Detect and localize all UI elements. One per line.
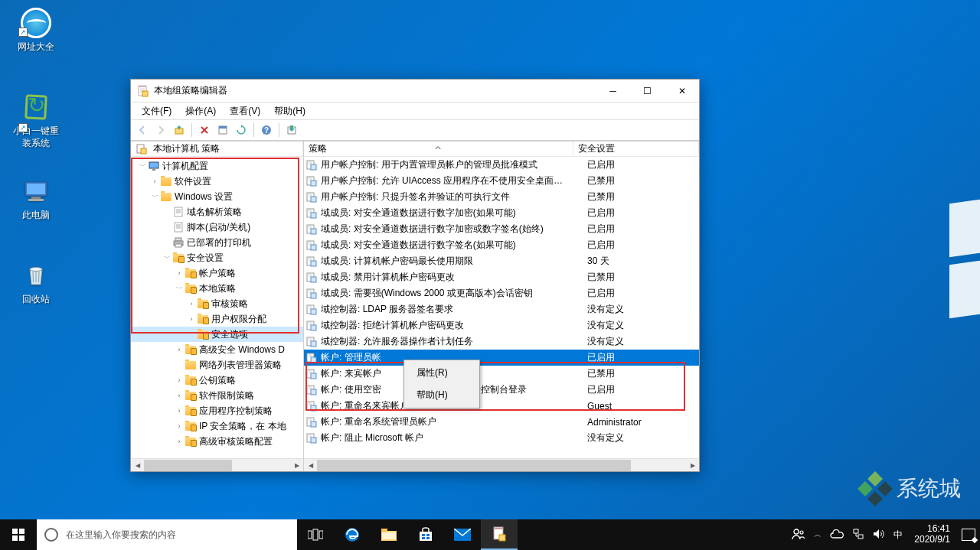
tree-header-cell[interactable]: 本地计算机 策略 <box>131 142 303 156</box>
toolbar-export-button[interactable] <box>283 122 300 138</box>
list-row[interactable]: 域成员: 禁用计算机帐户密码更改已禁用 <box>304 269 699 285</box>
tree-item[interactable]: ›IP 安全策略，在 本地 <box>131 418 303 434</box>
list-row[interactable]: 用户帐户控制: 用于内置管理员帐户的管理员批准模式已启用 <box>304 157 699 173</box>
tree-item[interactable]: ›审核策略 <box>131 296 303 311</box>
scroll-right-button[interactable]: ▶ <box>290 460 303 471</box>
list-row[interactable]: 域成员: 需要强(Windows 2000 或更高版本)会话密钥已启用 <box>304 285 699 301</box>
toolbar-forward-button[interactable] <box>152 122 169 138</box>
desktop-icon-this-pc[interactable]: 此电脑 <box>8 176 64 222</box>
svg-rect-2 <box>31 197 41 199</box>
scroll-left-button[interactable]: ◀ <box>131 460 144 471</box>
desktop-icon-xiaobai[interactable]: ↗ 小白一键重 装系统 <box>8 92 64 149</box>
tree-expand-icon[interactable]: › <box>174 269 185 277</box>
desktop-icon-ie[interactable]: ↗ 网址大全 <box>8 8 64 54</box>
taskbar-edge[interactable] <box>334 519 371 550</box>
list-row[interactable]: 帐户: 来宾帐户已禁用 <box>304 366 699 382</box>
menu-action[interactable]: 操作(A) <box>179 103 222 119</box>
taskbar-gpedit[interactable] <box>481 519 518 550</box>
list-row[interactable]: 域成员: 计算机帐户密码最长使用期限30 天 <box>304 253 699 269</box>
tree-item[interactable]: 域名解析策略 <box>131 204 303 220</box>
tree-expand-icon[interactable]: ﹀ <box>149 192 160 202</box>
tray-people-icon[interactable] <box>792 528 805 542</box>
tree-item[interactable]: ›软件设置 <box>131 174 303 189</box>
tray-volume-icon[interactable] <box>873 529 885 542</box>
tray-notifications-icon[interactable] <box>962 529 975 541</box>
tree-item[interactable]: ›软件限制策略 <box>131 388 303 403</box>
titlebar[interactable]: 本地组策略编辑器 ─ ☐ ✕ <box>131 80 699 103</box>
menu-view[interactable]: 查看(V) <box>224 103 266 119</box>
menu-file[interactable]: 文件(F) <box>136 103 178 119</box>
desktop-icon-recycle-bin[interactable]: 回收站 <box>8 260 64 306</box>
context-menu-help[interactable]: 帮助(H) <box>406 384 478 406</box>
close-button[interactable]: ✕ <box>665 80 699 102</box>
tray-network-icon[interactable] <box>852 528 864 542</box>
list-row[interactable]: 域成员: 对安全通道数据进行数字加密(如果可能)已启用 <box>304 205 699 221</box>
toolbar-back-button[interactable] <box>134 122 151 138</box>
tree-expand-icon[interactable]: › <box>186 300 197 308</box>
tree-item[interactable]: 网络列表管理器策略 <box>131 357 303 373</box>
toolbar-help-button[interactable]: ? <box>258 122 275 138</box>
toolbar-up-button[interactable] <box>171 122 188 138</box>
list-header-policy[interactable]: 策略 <box>304 142 573 156</box>
list-row[interactable]: 域控制器: 允许服务器操作者计划任务没有定义 <box>304 334 699 350</box>
tree-item[interactable]: ›公钥策略 <box>131 373 303 388</box>
taskbar-store[interactable] <box>407 519 444 550</box>
maximize-button[interactable]: ☐ <box>630 80 665 102</box>
toolbar-properties-button[interactable] <box>214 122 231 138</box>
taskbar-search[interactable]: 在这里输入你要搜索的内容 <box>37 519 297 550</box>
tree-expand-icon[interactable]: › <box>174 438 185 445</box>
tray-onedrive-icon[interactable] <box>830 529 844 541</box>
tree-item[interactable]: ›高级安全 Windows D <box>131 342 303 357</box>
tree-expand-icon[interactable]: › <box>149 177 160 185</box>
tree-item[interactable]: ›应用程序控制策略 <box>131 403 303 418</box>
tree-item[interactable]: ﹀安全设置 <box>131 250 303 265</box>
tree-item[interactable]: ›高级审核策略配置 <box>131 434 303 449</box>
list-row[interactable]: 帐户: 重命名系统管理员帐户Administrator <box>304 414 699 430</box>
tree-expand-icon[interactable]: › <box>174 407 185 415</box>
tree-expand-icon[interactable]: › <box>174 376 185 384</box>
start-button[interactable] <box>0 519 37 550</box>
tree-expand-icon[interactable]: ﹀ <box>137 161 148 171</box>
tree-expand-icon[interactable]: › <box>174 392 185 399</box>
menu-help[interactable]: 帮助(H) <box>268 103 312 119</box>
tree-item[interactable]: 已部署的打印机 <box>131 235 303 250</box>
tray-clock[interactable]: 16:41 2020/9/1 <box>911 524 953 545</box>
context-menu-properties[interactable]: 属性(R) <box>406 362 478 384</box>
tree-expand-icon[interactable]: › <box>174 346 185 353</box>
toolbar-refresh-button[interactable] <box>233 122 250 138</box>
tree-item[interactable]: ›帐户策略 <box>131 265 303 281</box>
tree-item[interactable]: 安全选项 <box>131 327 303 342</box>
list-row[interactable]: 用户帐户控制: 只提升签名并验证的可执行文件已禁用 <box>304 189 699 205</box>
list-row[interactable]: 域成员: 对安全通道数据进行数字签名(如果可能)已启用 <box>304 237 699 253</box>
tree-item[interactable]: 脚本(启动/关机) <box>131 220 303 235</box>
tree-item[interactable]: ﹀Windows 设置 <box>131 189 303 204</box>
minimize-button[interactable]: ─ <box>596 80 630 102</box>
taskbar-mail[interactable] <box>444 519 481 550</box>
tree-expand-icon[interactable]: ﹀ <box>162 253 172 263</box>
tree-item[interactable]: ›用户权限分配 <box>131 311 303 327</box>
list-row[interactable]: 用户帐户控制: 允许 UIAccess 应用程序在不使用安全桌面…已禁用 <box>304 173 699 189</box>
scroll-left-button[interactable]: ◀ <box>304 460 317 471</box>
list-row[interactable]: 域成员: 对安全通道数据进行数字加密或数字签名(始终)已启用 <box>304 221 699 237</box>
policy-icon <box>305 352 318 364</box>
list-row[interactable]: 帐户: 阻止 Microsoft 帐户没有定义 <box>304 430 699 446</box>
list-row[interactable]: 域控制器: 拒绝计算机帐户密码更改没有定义 <box>304 317 699 334</box>
list-row[interactable]: 帐户: 使用空密行控制台登录已启用 <box>304 382 699 398</box>
tree-expand-icon[interactable]: › <box>186 315 197 323</box>
tree-scrollbar-horizontal[interactable]: ◀ ▶ <box>131 458 303 471</box>
taskbar-explorer[interactable] <box>371 519 407 550</box>
list-header-setting[interactable]: 安全设置 <box>573 142 699 156</box>
list-row[interactable]: 帐户: 重命名来宾帐户Guest <box>304 398 699 414</box>
scroll-right-button[interactable]: ▶ <box>686 460 699 471</box>
taskview-button[interactable] <box>297 519 334 550</box>
tree-expand-icon[interactable]: ﹀ <box>174 284 185 294</box>
tree-expand-icon[interactable]: › <box>174 422 185 430</box>
tree-item[interactable]: ﹀本地策略 <box>131 281 303 296</box>
tray-ime[interactable]: 中 <box>893 529 903 542</box>
list-row[interactable]: 域控制器: LDAP 服务器签名要求没有定义 <box>304 301 699 317</box>
tree-item[interactable]: ﹀计算机配置 <box>131 158 303 174</box>
list-row[interactable]: 帐户: 管理员帐已启用 <box>304 350 699 366</box>
list-scrollbar-horizontal[interactable]: ◀ ▶ <box>304 458 699 471</box>
toolbar-delete-button[interactable] <box>196 122 213 138</box>
tray-chevron-up-icon[interactable]: ︿ <box>814 529 822 540</box>
